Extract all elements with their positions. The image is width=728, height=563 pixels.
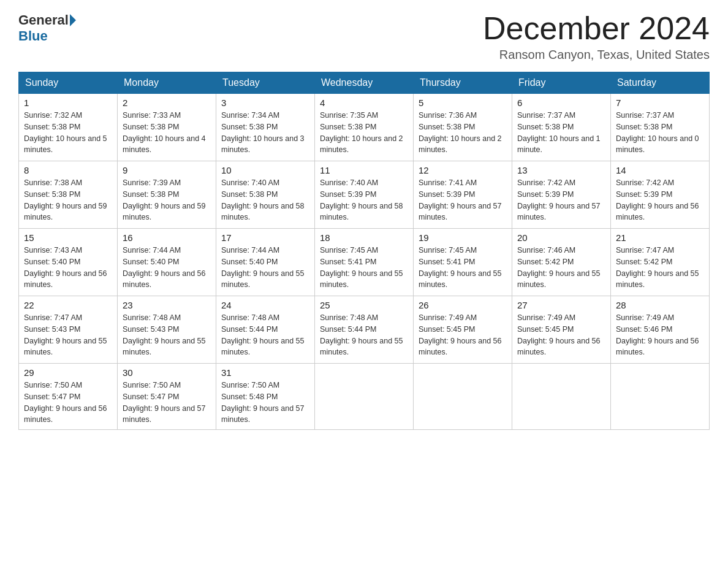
- day-info: Sunrise: 7:37 AMSunset: 5:38 PMDaylight:…: [616, 110, 704, 156]
- table-row: 2Sunrise: 7:33 AMSunset: 5:38 PMDaylight…: [118, 94, 216, 161]
- calendar-week-row: 1Sunrise: 7:32 AMSunset: 5:38 PMDaylight…: [19, 94, 710, 161]
- day-info: Sunrise: 7:50 AMSunset: 5:47 PMDaylight:…: [123, 380, 211, 426]
- day-info: Sunrise: 7:49 AMSunset: 5:45 PMDaylight:…: [419, 312, 507, 358]
- col-saturday: Saturday: [611, 72, 710, 94]
- day-info: Sunrise: 7:49 AMSunset: 5:46 PMDaylight:…: [616, 312, 704, 358]
- day-info: Sunrise: 7:47 AMSunset: 5:42 PMDaylight:…: [616, 245, 704, 291]
- day-number: 22: [24, 300, 112, 310]
- table-row: 26Sunrise: 7:49 AMSunset: 5:45 PMDayligh…: [414, 296, 512, 364]
- table-row: 21Sunrise: 7:47 AMSunset: 5:42 PMDayligh…: [611, 229, 710, 296]
- day-number: 3: [221, 98, 309, 108]
- day-info: Sunrise: 7:48 AMSunset: 5:43 PMDaylight:…: [123, 312, 211, 358]
- day-info: Sunrise: 7:40 AMSunset: 5:39 PMDaylight:…: [320, 177, 408, 223]
- table-row: 30Sunrise: 7:50 AMSunset: 5:47 PMDayligh…: [118, 364, 216, 430]
- table-row: 1Sunrise: 7:32 AMSunset: 5:38 PMDaylight…: [19, 94, 118, 161]
- day-info: Sunrise: 7:38 AMSunset: 5:38 PMDaylight:…: [24, 177, 112, 223]
- day-info: Sunrise: 7:35 AMSunset: 5:38 PMDaylight:…: [320, 110, 408, 156]
- day-number: 6: [517, 98, 605, 108]
- table-row: 7Sunrise: 7:37 AMSunset: 5:38 PMDaylight…: [611, 94, 710, 161]
- day-number: 1: [24, 98, 112, 108]
- table-row: 18Sunrise: 7:45 AMSunset: 5:41 PMDayligh…: [315, 229, 414, 296]
- table-row: 12Sunrise: 7:41 AMSunset: 5:39 PMDayligh…: [414, 161, 512, 229]
- day-number: 23: [123, 300, 211, 310]
- day-number: 9: [123, 165, 211, 175]
- day-number: 12: [419, 165, 507, 175]
- day-number: 15: [24, 232, 112, 243]
- logo: General Blue: [18, 12, 77, 44]
- calendar-week-row: 29Sunrise: 7:50 AMSunset: 5:47 PMDayligh…: [19, 364, 710, 430]
- day-number: 19: [419, 232, 507, 243]
- table-row: [512, 364, 611, 430]
- day-number: 5: [419, 98, 507, 108]
- table-row: 24Sunrise: 7:48 AMSunset: 5:44 PMDayligh…: [216, 296, 315, 364]
- table-row: 25Sunrise: 7:48 AMSunset: 5:44 PMDayligh…: [315, 296, 414, 364]
- day-number: 24: [221, 300, 309, 310]
- table-row: 22Sunrise: 7:47 AMSunset: 5:43 PMDayligh…: [19, 296, 118, 364]
- day-info: Sunrise: 7:45 AMSunset: 5:41 PMDaylight:…: [320, 245, 408, 291]
- day-info: Sunrise: 7:48 AMSunset: 5:44 PMDaylight:…: [221, 312, 309, 358]
- table-row: 11Sunrise: 7:40 AMSunset: 5:39 PMDayligh…: [315, 161, 414, 229]
- day-info: Sunrise: 7:36 AMSunset: 5:38 PMDaylight:…: [419, 110, 507, 156]
- table-row: [611, 364, 710, 430]
- day-info: Sunrise: 7:41 AMSunset: 5:39 PMDaylight:…: [419, 177, 507, 223]
- table-row: 13Sunrise: 7:42 AMSunset: 5:39 PMDayligh…: [512, 161, 611, 229]
- day-number: 14: [616, 165, 704, 175]
- day-info: Sunrise: 7:44 AMSunset: 5:40 PMDaylight:…: [221, 245, 309, 291]
- month-title: December 2024: [483, 12, 710, 44]
- table-row: 29Sunrise: 7:50 AMSunset: 5:47 PMDayligh…: [19, 364, 118, 430]
- table-row: 19Sunrise: 7:45 AMSunset: 5:41 PMDayligh…: [414, 229, 512, 296]
- table-row: 5Sunrise: 7:36 AMSunset: 5:38 PMDaylight…: [414, 94, 512, 161]
- page-header: General Blue December 2024 Ransom Canyon…: [18, 12, 710, 62]
- table-row: 20Sunrise: 7:46 AMSunset: 5:42 PMDayligh…: [512, 229, 611, 296]
- day-number: 29: [24, 367, 112, 378]
- table-row: 10Sunrise: 7:40 AMSunset: 5:38 PMDayligh…: [216, 161, 315, 229]
- day-number: 17: [221, 232, 309, 243]
- table-row: 6Sunrise: 7:37 AMSunset: 5:38 PMDaylight…: [512, 94, 611, 161]
- table-row: 4Sunrise: 7:35 AMSunset: 5:38 PMDaylight…: [315, 94, 414, 161]
- day-info: Sunrise: 7:34 AMSunset: 5:38 PMDaylight:…: [221, 110, 309, 156]
- day-number: 2: [123, 98, 211, 108]
- day-number: 30: [123, 367, 211, 378]
- day-info: Sunrise: 7:32 AMSunset: 5:38 PMDaylight:…: [24, 110, 112, 156]
- day-number: 20: [517, 232, 605, 243]
- table-row: [315, 364, 414, 430]
- day-info: Sunrise: 7:42 AMSunset: 5:39 PMDaylight:…: [616, 177, 704, 223]
- day-number: 10: [221, 165, 309, 175]
- day-number: 11: [320, 165, 408, 175]
- day-number: 28: [616, 300, 704, 310]
- day-number: 16: [123, 232, 211, 243]
- calendar-week-row: 22Sunrise: 7:47 AMSunset: 5:43 PMDayligh…: [19, 296, 710, 364]
- day-number: 13: [517, 165, 605, 175]
- col-thursday: Thursday: [414, 72, 512, 94]
- col-sunday: Sunday: [19, 72, 118, 94]
- table-row: 9Sunrise: 7:39 AMSunset: 5:38 PMDaylight…: [118, 161, 216, 229]
- location-subtitle: Ransom Canyon, Texas, United States: [483, 48, 710, 62]
- table-row: 28Sunrise: 7:49 AMSunset: 5:46 PMDayligh…: [611, 296, 710, 364]
- day-number: 7: [616, 98, 704, 108]
- title-section: December 2024 Ransom Canyon, Texas, Unit…: [483, 12, 710, 62]
- table-row: 17Sunrise: 7:44 AMSunset: 5:40 PMDayligh…: [216, 229, 315, 296]
- col-friday: Friday: [512, 72, 611, 94]
- table-row: 14Sunrise: 7:42 AMSunset: 5:39 PMDayligh…: [611, 161, 710, 229]
- logo-general-text: General: [18, 12, 69, 28]
- col-monday: Monday: [118, 72, 216, 94]
- table-row: [414, 364, 512, 430]
- day-number: 27: [517, 300, 605, 310]
- day-info: Sunrise: 7:50 AMSunset: 5:48 PMDaylight:…: [221, 380, 309, 426]
- day-info: Sunrise: 7:48 AMSunset: 5:44 PMDaylight:…: [320, 312, 408, 358]
- table-row: 15Sunrise: 7:43 AMSunset: 5:40 PMDayligh…: [19, 229, 118, 296]
- table-row: 16Sunrise: 7:44 AMSunset: 5:40 PMDayligh…: [118, 229, 216, 296]
- day-info: Sunrise: 7:49 AMSunset: 5:45 PMDaylight:…: [517, 312, 605, 358]
- calendar-table: Sunday Monday Tuesday Wednesday Thursday…: [18, 72, 710, 430]
- table-row: 3Sunrise: 7:34 AMSunset: 5:38 PMDaylight…: [216, 94, 315, 161]
- day-info: Sunrise: 7:45 AMSunset: 5:41 PMDaylight:…: [419, 245, 507, 291]
- day-info: Sunrise: 7:50 AMSunset: 5:47 PMDaylight:…: [24, 380, 112, 426]
- calendar-week-row: 15Sunrise: 7:43 AMSunset: 5:40 PMDayligh…: [19, 229, 710, 296]
- table-row: 31Sunrise: 7:50 AMSunset: 5:48 PMDayligh…: [216, 364, 315, 430]
- calendar-header-row: Sunday Monday Tuesday Wednesday Thursday…: [19, 72, 710, 94]
- table-row: 23Sunrise: 7:48 AMSunset: 5:43 PMDayligh…: [118, 296, 216, 364]
- day-number: 31: [221, 367, 309, 378]
- day-number: 21: [616, 232, 704, 243]
- day-info: Sunrise: 7:47 AMSunset: 5:43 PMDaylight:…: [24, 312, 112, 358]
- day-info: Sunrise: 7:40 AMSunset: 5:38 PMDaylight:…: [221, 177, 309, 223]
